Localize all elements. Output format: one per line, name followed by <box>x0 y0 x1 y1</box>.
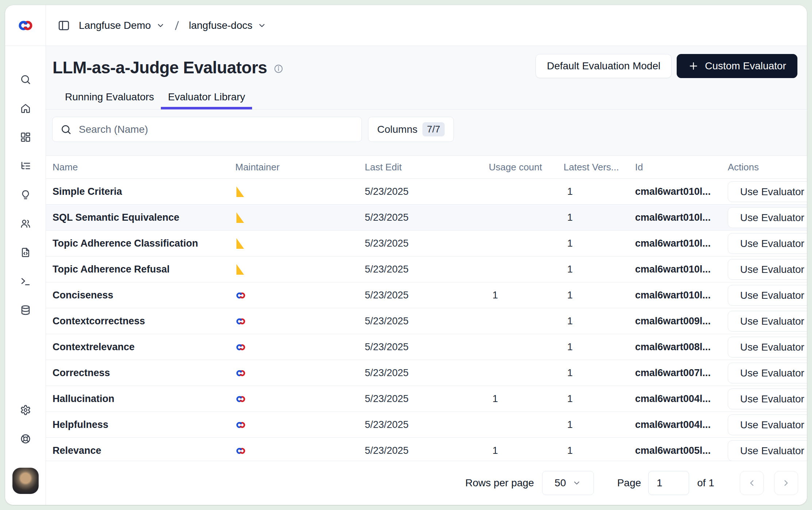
page-header: LLM-as-a-Judge Evaluators Default Evalua… <box>46 46 807 109</box>
sidebar-item-dashboards[interactable] <box>16 128 35 147</box>
plus-icon <box>688 61 699 72</box>
sidebar-item-search[interactable] <box>16 70 35 89</box>
user-avatar[interactable] <box>12 468 39 494</box>
ragas-icon <box>235 238 365 249</box>
chevron-down-icon <box>258 21 266 30</box>
use-evaluator-button[interactable]: Use Evaluator <box>728 414 807 435</box>
default-evaluation-model-button[interactable]: Default Evaluation Model <box>535 54 672 78</box>
rows-per-page-select[interactable]: 50 <box>542 471 594 495</box>
column-header-name[interactable]: Name <box>53 162 235 173</box>
use-evaluator-button[interactable]: Use Evaluator <box>728 311 807 332</box>
previous-page-button[interactable] <box>740 471 764 495</box>
dashboard-grid-icon <box>20 132 31 143</box>
sidebar-item-prompts[interactable] <box>16 243 35 262</box>
column-header-last-edit[interactable]: Last Edit <box>365 162 489 173</box>
gear-icon <box>20 405 31 416</box>
database-icon <box>20 305 31 316</box>
rows-per-page-label: Rows per page <box>465 477 534 489</box>
chevron-down-icon <box>156 21 165 30</box>
langfuse-maintainer-icon <box>235 447 365 455</box>
org-name: Langfuse Demo <box>79 20 151 31</box>
chevron-right-icon <box>781 478 791 488</box>
project-name: langfuse-docs <box>189 20 252 31</box>
search-icon <box>20 74 31 85</box>
use-evaluator-button[interactable]: Use Evaluator <box>728 233 807 254</box>
info-icon[interactable] <box>274 64 283 74</box>
column-header-id[interactable]: Id <box>635 162 723 173</box>
app-window: Langfuse Demo langfuse-docs <box>5 5 807 505</box>
chevron-left-icon <box>747 478 757 488</box>
table-row[interactable]: Contextcorrectness 5/23/2025 1 cmal6wart… <box>46 308 807 334</box>
file-code-icon <box>20 247 31 258</box>
search-input[interactable] <box>78 123 353 136</box>
page-total-label: of 1 <box>697 477 714 489</box>
ragas-icon <box>235 212 365 223</box>
lightbulb-icon <box>20 189 31 200</box>
home-icon <box>20 103 31 114</box>
use-evaluator-button[interactable]: Use Evaluator <box>728 285 807 306</box>
page-label: Page <box>617 477 641 489</box>
langfuse-logo-icon <box>17 19 34 32</box>
sidebar-item-users[interactable] <box>16 214 35 233</box>
table-toolbar: Columns 7/7 <box>46 109 807 142</box>
table-row[interactable]: Conciseness 5/23/2025 1 1 cmal6wart010l.… <box>46 282 807 308</box>
top-bar: Langfuse Demo langfuse-docs <box>46 5 807 46</box>
sidebar-item-datasets[interactable] <box>16 301 35 320</box>
evaluators-table: Name Maintainer Last Edit Usage count La… <box>46 155 807 461</box>
table-row[interactable]: Topic Adherence Classification 5/23/2025… <box>46 231 807 256</box>
next-page-button[interactable] <box>774 471 798 495</box>
tab-evaluator-library[interactable]: Evaluator Library <box>161 91 252 109</box>
project-breadcrumb[interactable]: langfuse-docs <box>189 20 266 31</box>
sidebar-item-playground[interactable] <box>16 272 35 291</box>
ragas-icon <box>235 186 365 197</box>
page-number-input[interactable] <box>648 471 689 495</box>
sidebar-item-home[interactable] <box>16 99 35 118</box>
column-header-usage-count[interactable]: Usage count <box>489 162 564 173</box>
terminal-icon <box>20 276 31 287</box>
sidebar-item-evaluation[interactable] <box>16 185 35 204</box>
langfuse-maintainer-icon <box>235 395 365 403</box>
use-evaluator-button[interactable]: Use Evaluator <box>728 207 807 228</box>
table-row[interactable]: Topic Adherence Refusal 5/23/2025 1 cmal… <box>46 256 807 282</box>
use-evaluator-button[interactable]: Use Evaluator <box>728 259 807 280</box>
search-box[interactable] <box>52 117 362 142</box>
table-row[interactable]: Helpfulness 5/23/2025 1 cmal6wart004l...… <box>46 412 807 438</box>
sidebar-item-settings[interactable] <box>16 401 35 420</box>
use-evaluator-button[interactable]: Use Evaluator <box>728 363 807 383</box>
sidebar <box>5 46 46 505</box>
use-evaluator-button[interactable]: Use Evaluator <box>728 389 807 409</box>
table-row[interactable]: Hallucination 5/23/2025 1 1 cmal6wart004… <box>46 386 807 412</box>
sidebar-item-support[interactable] <box>16 429 35 448</box>
tab-bar: Running Evaluators Evaluator Library <box>58 91 807 109</box>
custom-evaluator-button[interactable]: Custom Evaluator <box>677 54 797 78</box>
table-row[interactable]: Relevance 5/23/2025 1 1 cmal6wart005l...… <box>46 438 807 461</box>
page-title: LLM-as-a-Judge Evaluators <box>53 58 267 77</box>
default-evaluation-model-label: Default Evaluation Model <box>547 60 660 72</box>
table-row[interactable]: Simple Criteria 5/23/2025 1 cmal6wart010… <box>46 179 807 205</box>
table-row[interactable]: Correctness 5/23/2025 1 cmal6wart007l...… <box>46 360 807 386</box>
table-row[interactable]: Contextrelevance 5/23/2025 1 cmal6wart00… <box>46 334 807 360</box>
column-header-maintainer[interactable]: Maintainer <box>235 162 365 173</box>
panel-left-icon <box>58 19 70 32</box>
sidebar-logo-cell <box>5 5 46 46</box>
columns-button[interactable]: Columns 7/7 <box>368 117 454 142</box>
tab-running-evaluators[interactable]: Running Evaluators <box>58 91 161 109</box>
langfuse-logo[interactable] <box>17 19 34 32</box>
main-content: LLM-as-a-Judge Evaluators Default Evalua… <box>46 46 807 505</box>
use-evaluator-button[interactable]: Use Evaluator <box>728 337 807 358</box>
columns-count-badge: 7/7 <box>422 122 444 136</box>
langfuse-maintainer-icon <box>235 317 365 326</box>
table-row[interactable]: SQL Semantic Equivalence 5/23/2025 1 cma… <box>46 205 807 231</box>
panel-toggle-button[interactable] <box>58 19 70 32</box>
langfuse-maintainer-icon <box>235 343 365 352</box>
use-evaluator-button[interactable]: Use Evaluator <box>728 440 807 461</box>
table-body: Simple Criteria 5/23/2025 1 cmal6wart010… <box>46 179 807 461</box>
use-evaluator-button[interactable]: Use Evaluator <box>728 181 807 202</box>
chevron-down-icon <box>572 479 581 487</box>
column-header-latest-version[interactable]: Latest Vers... <box>564 162 635 173</box>
org-breadcrumb[interactable]: Langfuse Demo <box>79 20 165 31</box>
sidebar-item-tracing[interactable] <box>16 157 35 175</box>
search-icon <box>61 124 71 135</box>
breadcrumb-slash-icon <box>171 19 182 32</box>
custom-evaluator-label: Custom Evaluator <box>705 60 786 72</box>
